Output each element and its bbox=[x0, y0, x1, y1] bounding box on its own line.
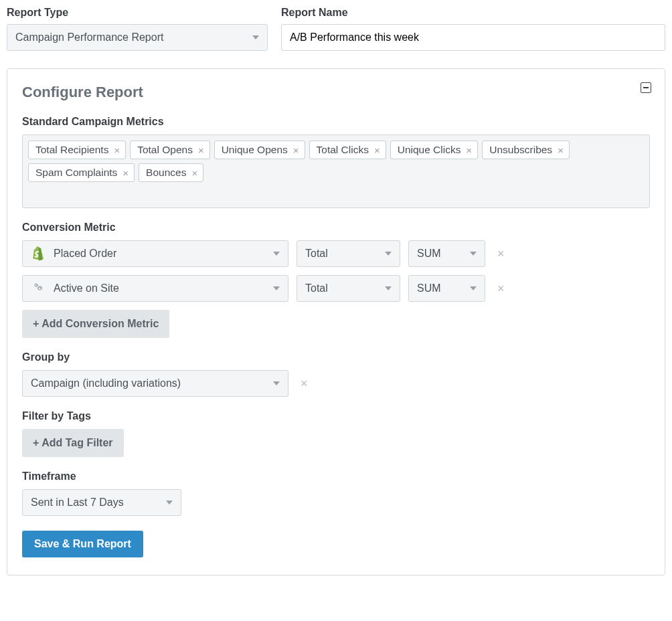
metric-chip-label: Unique Clicks bbox=[398, 144, 461, 156]
conversion-agg-select[interactable]: Total bbox=[297, 240, 400, 267]
metric-chip-label: Bounces bbox=[146, 167, 186, 179]
timeframe-select[interactable]: Sent in Last 7 Days bbox=[22, 489, 181, 516]
conversion-metric-select[interactable]: Active on Site bbox=[22, 275, 288, 302]
group-by-label: Group by bbox=[22, 351, 650, 363]
conversion-metric-value: Active on Site bbox=[54, 282, 266, 294]
shopify-icon bbox=[31, 246, 47, 262]
conversion-fn-select[interactable]: SUM bbox=[408, 240, 485, 267]
remove-chip-icon[interactable]: × bbox=[198, 145, 204, 155]
metric-chip[interactable]: Unique Opens× bbox=[214, 141, 305, 159]
metric-chip-label: Total Clicks bbox=[317, 144, 369, 156]
standard-metrics-chips[interactable]: Total Recipients×Total Opens×Unique Open… bbox=[22, 135, 650, 208]
metric-chip-label: Unsubscribes bbox=[489, 144, 552, 156]
conversion-fn-select[interactable]: SUM bbox=[408, 275, 485, 302]
save-run-report-button[interactable]: Save & Run Report bbox=[22, 531, 143, 557]
report-type-field: Report Type Campaign Performance Report bbox=[7, 7, 268, 51]
chevron-down-icon bbox=[470, 252, 477, 256]
conversion-metric-row: Active on SiteTotalSUM× bbox=[22, 275, 650, 302]
chevron-down-icon bbox=[273, 381, 280, 385]
remove-group-by-icon[interactable]: × bbox=[297, 377, 312, 389]
metric-chip-label: Total Recipients bbox=[35, 144, 108, 156]
conversion-metric-value: Placed Order bbox=[54, 248, 266, 260]
filter-by-tags-label: Filter by Tags bbox=[22, 410, 650, 422]
chevron-down-icon bbox=[385, 286, 392, 290]
chevron-down-icon bbox=[166, 501, 173, 505]
group-by-value: Campaign (including variations) bbox=[31, 377, 266, 389]
timeframe-value: Sent in Last 7 Days bbox=[31, 497, 159, 509]
metric-chip-label: Total Opens bbox=[137, 144, 193, 156]
report-type-select[interactable]: Campaign Performance Report bbox=[7, 24, 268, 51]
metric-chip[interactable]: Total Clicks× bbox=[309, 141, 386, 159]
report-type-label: Report Type bbox=[7, 7, 268, 19]
chevron-down-icon bbox=[252, 35, 259, 39]
metric-chip-label: Unique Opens bbox=[222, 144, 288, 156]
conversion-metric-label: Conversion Metric bbox=[22, 221, 650, 234]
remove-chip-icon[interactable]: × bbox=[558, 145, 564, 155]
chevron-down-icon bbox=[385, 252, 392, 256]
metric-chip[interactable]: Spam Complaints× bbox=[28, 163, 135, 182]
metric-chip-label: Spam Complaints bbox=[35, 167, 117, 179]
remove-chip-icon[interactable]: × bbox=[293, 145, 299, 155]
collapse-icon[interactable] bbox=[641, 82, 651, 93]
report-type-value: Campaign Performance Report bbox=[15, 31, 246, 43]
remove-conversion-row-icon[interactable]: × bbox=[493, 248, 509, 260]
remove-chip-icon[interactable]: × bbox=[374, 145, 380, 155]
remove-chip-icon[interactable]: × bbox=[466, 145, 472, 155]
report-name-field: Report Name bbox=[281, 7, 665, 51]
conversion-fn-value: SUM bbox=[417, 248, 463, 260]
conversion-agg-select[interactable]: Total bbox=[297, 275, 400, 302]
chevron-down-icon bbox=[273, 252, 280, 256]
add-tag-filter-button[interactable]: + Add Tag Filter bbox=[22, 429, 124, 457]
conversion-metric-select[interactable]: Placed Order bbox=[22, 240, 288, 267]
metric-chip[interactable]: Unsubscribes× bbox=[482, 141, 570, 159]
metric-chip[interactable]: Total Recipients× bbox=[28, 141, 126, 159]
timeframe-label: Timeframe bbox=[22, 470, 650, 482]
remove-conversion-row-icon[interactable]: × bbox=[493, 282, 509, 294]
remove-chip-icon[interactable]: × bbox=[114, 145, 120, 155]
remove-chip-icon[interactable]: × bbox=[191, 168, 197, 178]
metric-chip[interactable]: Bounces× bbox=[139, 163, 203, 182]
gears-icon bbox=[31, 280, 47, 296]
panel-title: Configure Report bbox=[22, 84, 650, 101]
conversion-agg-value: Total bbox=[305, 248, 378, 260]
report-name-label: Report Name bbox=[281, 7, 665, 19]
conversion-metric-row: Placed OrderTotalSUM× bbox=[22, 240, 650, 267]
remove-chip-icon[interactable]: × bbox=[122, 168, 129, 178]
group-by-select[interactable]: Campaign (including variations) bbox=[22, 370, 288, 397]
chevron-down-icon bbox=[273, 286, 280, 290]
chevron-down-icon bbox=[470, 286, 477, 290]
conversion-fn-value: SUM bbox=[417, 282, 463, 294]
metric-chip[interactable]: Total Opens× bbox=[130, 141, 209, 159]
standard-metrics-label: Standard Campaign Metrics bbox=[22, 116, 650, 128]
conversion-agg-value: Total bbox=[305, 282, 378, 294]
add-conversion-metric-button[interactable]: + Add Conversion Metric bbox=[22, 310, 169, 338]
metric-chip[interactable]: Unique Clicks× bbox=[390, 141, 479, 159]
report-name-input[interactable] bbox=[281, 24, 665, 51]
configure-report-panel: Configure Report Standard Campaign Metri… bbox=[7, 68, 665, 575]
